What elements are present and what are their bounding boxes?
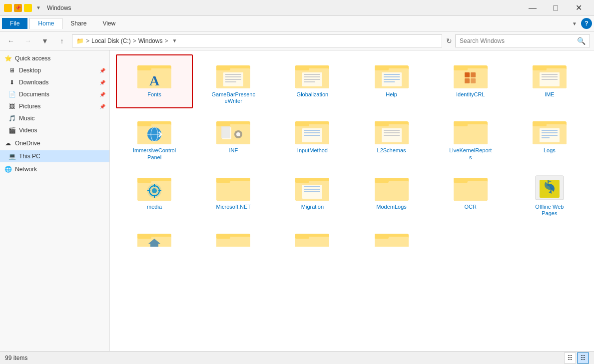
file-label-help: Help [386, 91, 397, 98]
sidebar-item-pictures[interactable]: 🖼 Pictures 📌 [0, 100, 109, 112]
path-thispc: 📁 [76, 37, 84, 44]
file-item-partial1[interactable] [116, 223, 193, 248]
address-path[interactable]: 📁 > Local Disk (C:) > Windows > ▼ [72, 34, 442, 47]
svg-rect-121 [375, 234, 389, 239]
forward-button[interactable]: → [21, 34, 35, 47]
svg-rect-22 [375, 65, 389, 70]
tab-home[interactable]: Home [29, 18, 62, 29]
status-bar: 99 items ☷ ☷ [0, 351, 594, 364]
svg-rect-106 [454, 178, 468, 183]
details-view-button[interactable]: ☷ [564, 353, 576, 364]
up-button[interactable]: ↑ [55, 34, 69, 47]
file-item-immersivecp[interactable]: ImmersiveControlPanel [116, 110, 193, 164]
sidebar-item-network[interactable]: 🌐 Network [0, 163, 109, 175]
pictures-icon: 🖼 [8, 102, 16, 110]
svg-rect-44 [137, 121, 151, 126]
file-label-microsoftnet: Microsoft.NET [216, 204, 251, 210]
back-button[interactable]: ← [4, 34, 18, 47]
ribbon-tabs: File Home Share View ▼ ? [0, 16, 594, 31]
search-box[interactable]: 🔍 [455, 34, 590, 47]
file-item-ocr[interactable]: OCR [432, 167, 509, 221]
tab-view[interactable]: View [94, 18, 123, 29]
quickaccess-label: Quick access [15, 55, 50, 62]
view-buttons: ☷ ☷ [564, 353, 589, 364]
file-item-partial4[interactable] [353, 223, 430, 248]
recent-button[interactable]: ▼ [38, 34, 52, 47]
file-item-help[interactable]: Help [353, 54, 430, 108]
file-item-partial3[interactable] [274, 223, 351, 248]
close-button[interactable]: ✕ [567, 0, 590, 16]
sidebar-item-documents[interactable]: 📄 Documents 📌 [0, 88, 109, 100]
folder-icon-inf [215, 114, 251, 146]
svg-rect-96 [295, 178, 309, 183]
sidebar-item-thispc[interactable]: 💻 This PC [0, 150, 109, 162]
maximize-button[interactable]: □ [544, 0, 567, 16]
thispc-label: This PC [19, 153, 40, 160]
refresh-icon[interactable]: ↻ [446, 37, 452, 45]
sidebar-item-videos[interactable]: 🎬 Videos [0, 124, 109, 136]
file-item-offlinewebpages[interactable]: Offline Web Pages [511, 167, 588, 221]
music-label: Music [19, 115, 34, 122]
ribbon-expand-icon[interactable]: ▼ [570, 19, 579, 28]
tab-file[interactable]: File [2, 18, 27, 29]
search-icon[interactable]: 🔍 [577, 37, 586, 45]
file-item-identitycrl[interactable]: IdentityCRL [432, 54, 509, 108]
file-item-modemlogs[interactable]: ModemLogs [353, 167, 430, 221]
title-icon-2: 📌 [14, 4, 22, 12]
title-bar: 📌 ▼ Windows — □ ✕ [0, 0, 594, 16]
tab-share[interactable]: Share [62, 18, 94, 29]
file-item-l2schemas[interactable]: L2Schemas [353, 110, 430, 164]
file-item-partial2[interactable] [195, 223, 272, 248]
file-item-fonts[interactable]: A Fonts [116, 54, 193, 108]
file-label-offlinewebpages: Offline Web Pages [527, 204, 572, 217]
folder-icon-partial3 [294, 227, 330, 248]
sidebar-item-downloads[interactable]: ⬇ Downloads 📌 [0, 76, 109, 88]
svg-rect-58 [295, 121, 309, 126]
svg-rect-92 [216, 181, 250, 201]
file-label-inf: INF [229, 147, 238, 154]
folder-icon-gamebar [215, 58, 251, 90]
file-label-l2schemas: L2Schemas [377, 147, 406, 154]
file-item-ime[interactable]: IME [511, 54, 588, 108]
svg-rect-71 [454, 124, 488, 144]
file-item-media[interactable]: media [116, 167, 193, 221]
desktop-icon: 🖥 [8, 66, 16, 74]
file-label-migration: Migration [301, 204, 324, 210]
file-label-inputmethod: InputMethod [297, 147, 328, 154]
svg-rect-65 [375, 121, 389, 126]
file-label-identitycrl: IdentityCRL [456, 91, 485, 98]
file-item-logs[interactable]: Logs [511, 110, 588, 164]
videos-label: Videos [19, 127, 37, 134]
onedrive-icon: ☁ [4, 139, 12, 147]
sidebar-item-music[interactable]: 🎵 Music [0, 112, 109, 124]
svg-rect-33 [465, 78, 470, 83]
title-icon-1 [4, 4, 12, 12]
file-label-gamebar: GameBarPresenceWriter [211, 91, 256, 104]
file-item-migration[interactable]: Migration [274, 167, 351, 221]
file-item-inputmethod[interactable]: InputMethod [274, 110, 351, 164]
sidebar-section-thispc: 💻 This PC [0, 150, 109, 162]
folder-icon-partial2 [215, 227, 251, 248]
file-item-livekernelreports[interactable]: LiveKernelReports [432, 110, 509, 164]
window-title: Windows [47, 4, 521, 11]
file-item-inf[interactable]: INF [195, 110, 272, 164]
file-label-globalization: Globalization [297, 91, 329, 98]
quickaccess-icon: ⭐ [4, 54, 12, 62]
search-input[interactable] [460, 37, 575, 44]
sidebar-item-onedrive[interactable]: ☁ OneDrive [0, 137, 109, 149]
minimize-button[interactable]: — [521, 0, 544, 16]
file-item-microsoftnet[interactable]: Microsoft.NET [195, 167, 272, 221]
svg-rect-53 [221, 126, 230, 138]
svg-rect-31 [465, 72, 470, 77]
file-item-globalization[interactable]: Globalization [274, 54, 351, 108]
path-windows: Windows [138, 37, 163, 44]
large-icons-view-button[interactable]: ☷ [577, 353, 589, 364]
svg-rect-37 [533, 65, 547, 70]
file-item-gamebar[interactable]: GameBarPresenceWriter [195, 54, 272, 108]
sidebar-item-desktop[interactable]: 🖥 Desktop 📌 [0, 64, 109, 76]
folder-icon-modemlogs [374, 171, 410, 203]
file-grid: A Fonts [110, 50, 594, 252]
sidebar-item-quickaccess[interactable]: ⭐ Quick access [0, 52, 109, 64]
help-button[interactable]: ? [581, 18, 592, 29]
downloads-label: Downloads [19, 79, 48, 86]
